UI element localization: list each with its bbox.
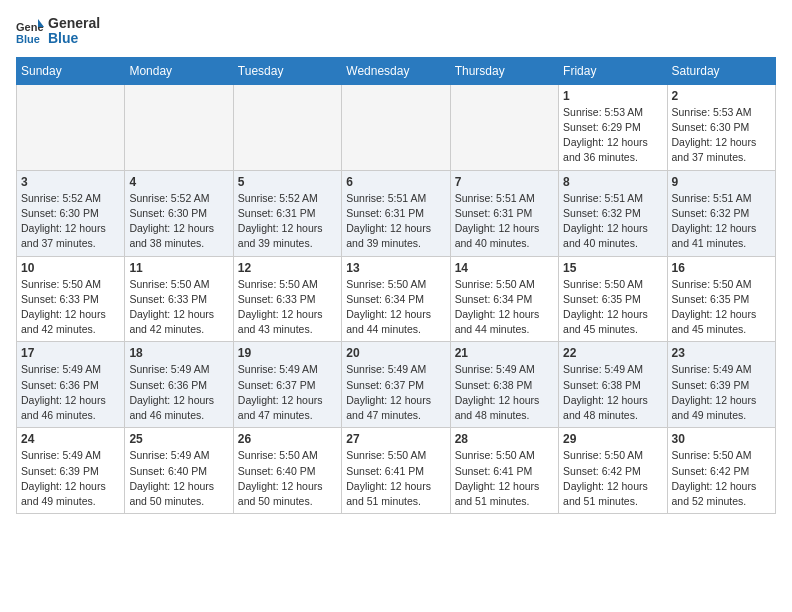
day-number: 17 [21, 346, 120, 360]
day-number: 3 [21, 175, 120, 189]
day-info: Sunrise: 5:49 AMSunset: 6:39 PMDaylight:… [21, 448, 120, 509]
day-info: Sunrise: 5:53 AMSunset: 6:30 PMDaylight:… [672, 105, 771, 166]
day-info: Sunrise: 5:49 AMSunset: 6:37 PMDaylight:… [346, 362, 445, 423]
day-number: 9 [672, 175, 771, 189]
day-info: Sunrise: 5:49 AMSunset: 6:38 PMDaylight:… [563, 362, 662, 423]
logo-text: GeneralBlue [48, 16, 100, 47]
day-cell: 3Sunrise: 5:52 AMSunset: 6:30 PMDaylight… [17, 170, 125, 256]
day-cell [233, 84, 341, 170]
day-cell: 5Sunrise: 5:52 AMSunset: 6:31 PMDaylight… [233, 170, 341, 256]
day-number: 26 [238, 432, 337, 446]
day-cell: 12Sunrise: 5:50 AMSunset: 6:33 PMDayligh… [233, 256, 341, 342]
day-info: Sunrise: 5:49 AMSunset: 6:37 PMDaylight:… [238, 362, 337, 423]
day-cell: 4Sunrise: 5:52 AMSunset: 6:30 PMDaylight… [125, 170, 233, 256]
calendar-table: SundayMondayTuesdayWednesdayThursdayFrid… [16, 57, 776, 514]
col-header-thursday: Thursday [450, 57, 558, 84]
day-cell: 15Sunrise: 5:50 AMSunset: 6:35 PMDayligh… [559, 256, 667, 342]
day-info: Sunrise: 5:50 AMSunset: 6:42 PMDaylight:… [563, 448, 662, 509]
logo-blue: Blue [48, 31, 100, 46]
day-number: 21 [455, 346, 554, 360]
day-cell: 14Sunrise: 5:50 AMSunset: 6:34 PMDayligh… [450, 256, 558, 342]
week-row-3: 10Sunrise: 5:50 AMSunset: 6:33 PMDayligh… [17, 256, 776, 342]
logo: General Blue GeneralBlue [16, 16, 100, 47]
day-cell: 2Sunrise: 5:53 AMSunset: 6:30 PMDaylight… [667, 84, 775, 170]
day-info: Sunrise: 5:50 AMSunset: 6:41 PMDaylight:… [455, 448, 554, 509]
day-cell: 29Sunrise: 5:50 AMSunset: 6:42 PMDayligh… [559, 428, 667, 514]
day-info: Sunrise: 5:49 AMSunset: 6:36 PMDaylight:… [21, 362, 120, 423]
day-cell [125, 84, 233, 170]
day-info: Sunrise: 5:51 AMSunset: 6:31 PMDaylight:… [455, 191, 554, 252]
day-cell: 23Sunrise: 5:49 AMSunset: 6:39 PMDayligh… [667, 342, 775, 428]
day-number: 13 [346, 261, 445, 275]
logo-icon: General Blue [16, 17, 44, 45]
day-cell: 10Sunrise: 5:50 AMSunset: 6:33 PMDayligh… [17, 256, 125, 342]
day-cell: 6Sunrise: 5:51 AMSunset: 6:31 PMDaylight… [342, 170, 450, 256]
page-header: General Blue GeneralBlue [16, 16, 776, 47]
day-info: Sunrise: 5:50 AMSunset: 6:35 PMDaylight:… [672, 277, 771, 338]
day-number: 2 [672, 89, 771, 103]
day-info: Sunrise: 5:50 AMSunset: 6:42 PMDaylight:… [672, 448, 771, 509]
col-header-tuesday: Tuesday [233, 57, 341, 84]
day-number: 28 [455, 432, 554, 446]
day-cell: 19Sunrise: 5:49 AMSunset: 6:37 PMDayligh… [233, 342, 341, 428]
col-header-monday: Monday [125, 57, 233, 84]
day-number: 25 [129, 432, 228, 446]
day-number: 30 [672, 432, 771, 446]
day-info: Sunrise: 5:49 AMSunset: 6:39 PMDaylight:… [672, 362, 771, 423]
day-number: 10 [21, 261, 120, 275]
day-info: Sunrise: 5:49 AMSunset: 6:40 PMDaylight:… [129, 448, 228, 509]
day-number: 19 [238, 346, 337, 360]
day-cell: 26Sunrise: 5:50 AMSunset: 6:40 PMDayligh… [233, 428, 341, 514]
day-number: 5 [238, 175, 337, 189]
day-number: 29 [563, 432, 662, 446]
day-info: Sunrise: 5:50 AMSunset: 6:34 PMDaylight:… [346, 277, 445, 338]
day-info: Sunrise: 5:52 AMSunset: 6:31 PMDaylight:… [238, 191, 337, 252]
col-header-wednesday: Wednesday [342, 57, 450, 84]
day-info: Sunrise: 5:52 AMSunset: 6:30 PMDaylight:… [21, 191, 120, 252]
day-info: Sunrise: 5:52 AMSunset: 6:30 PMDaylight:… [129, 191, 228, 252]
header-row: SundayMondayTuesdayWednesdayThursdayFrid… [17, 57, 776, 84]
day-cell: 20Sunrise: 5:49 AMSunset: 6:37 PMDayligh… [342, 342, 450, 428]
day-cell: 30Sunrise: 5:50 AMSunset: 6:42 PMDayligh… [667, 428, 775, 514]
svg-text:Blue: Blue [16, 33, 40, 45]
day-number: 20 [346, 346, 445, 360]
day-cell: 13Sunrise: 5:50 AMSunset: 6:34 PMDayligh… [342, 256, 450, 342]
col-header-friday: Friday [559, 57, 667, 84]
day-info: Sunrise: 5:49 AMSunset: 6:36 PMDaylight:… [129, 362, 228, 423]
day-cell [342, 84, 450, 170]
week-row-5: 24Sunrise: 5:49 AMSunset: 6:39 PMDayligh… [17, 428, 776, 514]
col-header-saturday: Saturday [667, 57, 775, 84]
day-number: 4 [129, 175, 228, 189]
day-cell: 9Sunrise: 5:51 AMSunset: 6:32 PMDaylight… [667, 170, 775, 256]
day-info: Sunrise: 5:51 AMSunset: 6:32 PMDaylight:… [672, 191, 771, 252]
day-cell: 8Sunrise: 5:51 AMSunset: 6:32 PMDaylight… [559, 170, 667, 256]
day-info: Sunrise: 5:50 AMSunset: 6:34 PMDaylight:… [455, 277, 554, 338]
week-row-4: 17Sunrise: 5:49 AMSunset: 6:36 PMDayligh… [17, 342, 776, 428]
day-cell [17, 84, 125, 170]
day-cell: 25Sunrise: 5:49 AMSunset: 6:40 PMDayligh… [125, 428, 233, 514]
day-number: 12 [238, 261, 337, 275]
week-row-2: 3Sunrise: 5:52 AMSunset: 6:30 PMDaylight… [17, 170, 776, 256]
day-number: 24 [21, 432, 120, 446]
day-info: Sunrise: 5:50 AMSunset: 6:33 PMDaylight:… [21, 277, 120, 338]
day-number: 22 [563, 346, 662, 360]
week-row-1: 1Sunrise: 5:53 AMSunset: 6:29 PMDaylight… [17, 84, 776, 170]
day-cell: 17Sunrise: 5:49 AMSunset: 6:36 PMDayligh… [17, 342, 125, 428]
day-number: 15 [563, 261, 662, 275]
day-info: Sunrise: 5:50 AMSunset: 6:35 PMDaylight:… [563, 277, 662, 338]
day-number: 18 [129, 346, 228, 360]
day-number: 14 [455, 261, 554, 275]
day-number: 16 [672, 261, 771, 275]
day-cell: 24Sunrise: 5:49 AMSunset: 6:39 PMDayligh… [17, 428, 125, 514]
col-header-sunday: Sunday [17, 57, 125, 84]
day-cell: 16Sunrise: 5:50 AMSunset: 6:35 PMDayligh… [667, 256, 775, 342]
day-cell: 1Sunrise: 5:53 AMSunset: 6:29 PMDaylight… [559, 84, 667, 170]
day-cell: 21Sunrise: 5:49 AMSunset: 6:38 PMDayligh… [450, 342, 558, 428]
day-number: 8 [563, 175, 662, 189]
day-number: 6 [346, 175, 445, 189]
day-cell: 28Sunrise: 5:50 AMSunset: 6:41 PMDayligh… [450, 428, 558, 514]
day-info: Sunrise: 5:50 AMSunset: 6:33 PMDaylight:… [238, 277, 337, 338]
day-info: Sunrise: 5:49 AMSunset: 6:38 PMDaylight:… [455, 362, 554, 423]
day-cell: 27Sunrise: 5:50 AMSunset: 6:41 PMDayligh… [342, 428, 450, 514]
day-number: 27 [346, 432, 445, 446]
